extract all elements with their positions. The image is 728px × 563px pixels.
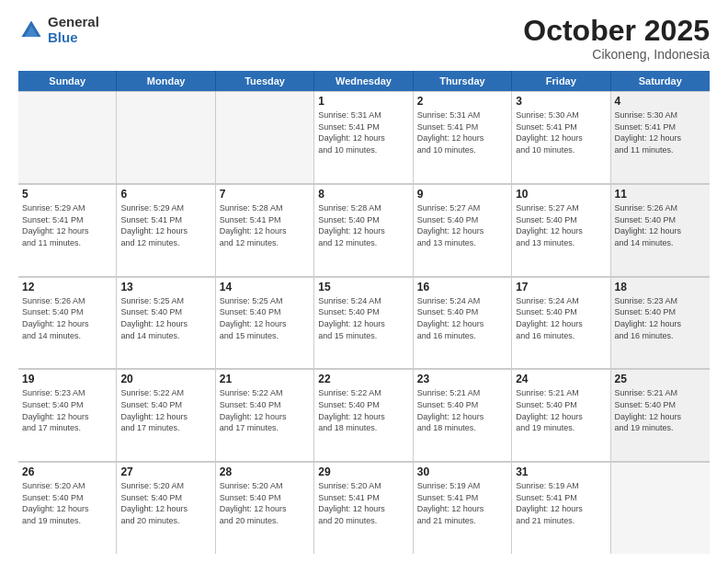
calendar-row: 5Sunrise: 5:29 AM Sunset: 5:41 PM Daylig… — [18, 184, 710, 277]
day-number: 28 — [220, 465, 310, 478]
day-info: Sunrise: 5:26 AM Sunset: 5:40 PM Dayligh… — [22, 295, 112, 341]
month-title: October 2025 — [523, 15, 710, 47]
day-info: Sunrise: 5:22 AM Sunset: 5:40 PM Dayligh… — [318, 387, 408, 433]
calendar-cell: 12Sunrise: 5:26 AM Sunset: 5:40 PM Dayli… — [18, 277, 117, 369]
calendar-cell: 18Sunrise: 5:23 AM Sunset: 5:40 PM Dayli… — [611, 277, 710, 369]
day-info: Sunrise: 5:24 AM Sunset: 5:40 PM Dayligh… — [417, 295, 507, 341]
day-number: 13 — [120, 281, 210, 293]
day-number: 30 — [417, 465, 507, 478]
day-number: 21 — [220, 373, 310, 385]
day-info: Sunrise: 5:27 AM Sunset: 5:40 PM Dayligh… — [516, 202, 606, 248]
calendar-cell: 11Sunrise: 5:26 AM Sunset: 5:40 PM Dayli… — [611, 184, 710, 276]
day-number: 16 — [417, 281, 507, 293]
calendar-cell: 15Sunrise: 5:24 AM Sunset: 5:40 PM Dayli… — [314, 277, 413, 369]
day-info: Sunrise: 5:20 AM Sunset: 5:40 PM Dayligh… — [120, 480, 210, 526]
day-number: 17 — [516, 281, 606, 293]
day-info: Sunrise: 5:29 AM Sunset: 5:41 PM Dayligh… — [120, 202, 210, 248]
calendar-cell: 3Sunrise: 5:30 AM Sunset: 5:41 PM Daylig… — [512, 91, 610, 183]
day-info: Sunrise: 5:25 AM Sunset: 5:40 PM Dayligh… — [220, 295, 310, 341]
calendar-cell: 21Sunrise: 5:22 AM Sunset: 5:40 PM Dayli… — [216, 369, 314, 461]
calendar-cell: 2Sunrise: 5:31 AM Sunset: 5:41 PM Daylig… — [414, 91, 512, 183]
day-number: 27 — [120, 465, 210, 478]
day-info: Sunrise: 5:28 AM Sunset: 5:40 PM Dayligh… — [318, 202, 408, 248]
calendar-row: 1Sunrise: 5:31 AM Sunset: 5:41 PM Daylig… — [18, 91, 710, 184]
calendar-header: SundayMondayTuesdayWednesdayThursdayFrid… — [18, 71, 710, 91]
day-info: Sunrise: 5:23 AM Sunset: 5:40 PM Dayligh… — [22, 387, 112, 433]
day-number: 4 — [615, 95, 706, 108]
day-info: Sunrise: 5:21 AM Sunset: 5:40 PM Dayligh… — [516, 387, 606, 433]
logo-text: General Blue — [48, 15, 99, 45]
calendar-cell: 16Sunrise: 5:24 AM Sunset: 5:40 PM Dayli… — [414, 277, 512, 369]
day-number: 19 — [22, 373, 112, 385]
calendar-cell: 6Sunrise: 5:29 AM Sunset: 5:41 PM Daylig… — [117, 184, 215, 276]
logo: General Blue — [18, 15, 99, 45]
day-number: 18 — [615, 281, 706, 293]
day-info: Sunrise: 5:21 AM Sunset: 5:40 PM Dayligh… — [615, 387, 706, 433]
day-number: 1 — [318, 95, 408, 108]
day-number: 3 — [516, 95, 606, 108]
day-number: 8 — [318, 188, 408, 201]
calendar-cell: 25Sunrise: 5:21 AM Sunset: 5:40 PM Dayli… — [611, 369, 710, 461]
day-number: 7 — [220, 188, 310, 201]
calendar-cell: 17Sunrise: 5:24 AM Sunset: 5:40 PM Dayli… — [512, 277, 610, 369]
calendar-row: 19Sunrise: 5:23 AM Sunset: 5:40 PM Dayli… — [18, 369, 710, 462]
day-info: Sunrise: 5:22 AM Sunset: 5:40 PM Dayligh… — [220, 387, 310, 433]
calendar-cell: 14Sunrise: 5:25 AM Sunset: 5:40 PM Dayli… — [216, 277, 314, 369]
day-info: Sunrise: 5:30 AM Sunset: 5:41 PM Dayligh… — [516, 109, 606, 155]
day-number: 31 — [516, 465, 606, 478]
day-number: 22 — [318, 373, 408, 385]
calendar-cell: 7Sunrise: 5:28 AM Sunset: 5:41 PM Daylig… — [216, 184, 314, 276]
calendar-cell: 28Sunrise: 5:20 AM Sunset: 5:40 PM Dayli… — [216, 462, 314, 554]
day-info: Sunrise: 5:29 AM Sunset: 5:41 PM Dayligh… — [22, 202, 112, 248]
day-info: Sunrise: 5:20 AM Sunset: 5:41 PM Dayligh… — [318, 480, 408, 526]
calendar-cell: 8Sunrise: 5:28 AM Sunset: 5:40 PM Daylig… — [314, 184, 413, 276]
day-number: 20 — [120, 373, 210, 385]
calendar-cell: 5Sunrise: 5:29 AM Sunset: 5:41 PM Daylig… — [18, 184, 117, 276]
logo-icon — [18, 17, 44, 43]
day-info: Sunrise: 5:25 AM Sunset: 5:40 PM Dayligh… — [120, 295, 210, 341]
calendar-row: 12Sunrise: 5:26 AM Sunset: 5:40 PM Dayli… — [18, 277, 710, 370]
day-info: Sunrise: 5:31 AM Sunset: 5:41 PM Dayligh… — [417, 109, 507, 155]
day-number: 12 — [22, 281, 112, 293]
page: General Blue October 2025 Cikoneng, Indo… — [0, 0, 728, 563]
day-number: 15 — [318, 281, 408, 293]
day-number: 24 — [516, 373, 606, 385]
day-info: Sunrise: 5:21 AM Sunset: 5:40 PM Dayligh… — [417, 387, 507, 433]
calendar-cell: 19Sunrise: 5:23 AM Sunset: 5:40 PM Dayli… — [18, 369, 117, 461]
day-info: Sunrise: 5:30 AM Sunset: 5:41 PM Dayligh… — [615, 109, 706, 155]
calendar-cell: 31Sunrise: 5:19 AM Sunset: 5:41 PM Dayli… — [512, 462, 610, 554]
calendar-cell — [117, 91, 215, 183]
day-number: 10 — [516, 188, 606, 201]
day-number: 5 — [22, 188, 112, 201]
weekday-header: Saturday — [611, 71, 710, 91]
calendar-cell: 10Sunrise: 5:27 AM Sunset: 5:40 PM Dayli… — [512, 184, 610, 276]
day-info: Sunrise: 5:24 AM Sunset: 5:40 PM Dayligh… — [318, 295, 408, 341]
calendar-cell: 13Sunrise: 5:25 AM Sunset: 5:40 PM Dayli… — [117, 277, 215, 369]
day-info: Sunrise: 5:23 AM Sunset: 5:40 PM Dayligh… — [615, 295, 706, 341]
day-number: 2 — [417, 95, 507, 108]
day-info: Sunrise: 5:19 AM Sunset: 5:41 PM Dayligh… — [417, 480, 507, 526]
calendar-cell: 27Sunrise: 5:20 AM Sunset: 5:40 PM Dayli… — [117, 462, 215, 554]
calendar-cell: 1Sunrise: 5:31 AM Sunset: 5:41 PM Daylig… — [314, 91, 413, 183]
header: General Blue October 2025 Cikoneng, Indo… — [18, 15, 710, 62]
calendar-cell: 22Sunrise: 5:22 AM Sunset: 5:40 PM Dayli… — [314, 369, 413, 461]
calendar-cell — [18, 91, 117, 183]
calendar-cell — [216, 91, 314, 183]
logo-blue: Blue — [48, 30, 99, 46]
calendar-cell: 9Sunrise: 5:27 AM Sunset: 5:40 PM Daylig… — [414, 184, 512, 276]
calendar-cell: 24Sunrise: 5:21 AM Sunset: 5:40 PM Dayli… — [512, 369, 610, 461]
day-info: Sunrise: 5:20 AM Sunset: 5:40 PM Dayligh… — [220, 480, 310, 526]
weekday-header: Tuesday — [216, 71, 314, 91]
day-number: 23 — [417, 373, 507, 385]
day-info: Sunrise: 5:19 AM Sunset: 5:41 PM Dayligh… — [516, 480, 606, 526]
weekday-header: Sunday — [18, 71, 117, 91]
day-info: Sunrise: 5:26 AM Sunset: 5:40 PM Dayligh… — [615, 202, 706, 248]
day-number: 11 — [615, 188, 706, 201]
calendar-cell: 26Sunrise: 5:20 AM Sunset: 5:40 PM Dayli… — [18, 462, 117, 554]
weekday-header: Thursday — [414, 71, 512, 91]
calendar-body: 1Sunrise: 5:31 AM Sunset: 5:41 PM Daylig… — [18, 91, 710, 554]
day-info: Sunrise: 5:24 AM Sunset: 5:40 PM Dayligh… — [516, 295, 606, 341]
weekday-header: Friday — [512, 71, 610, 91]
title-block: October 2025 Cikoneng, Indonesia — [523, 15, 710, 62]
location: Cikoneng, Indonesia — [523, 47, 710, 62]
